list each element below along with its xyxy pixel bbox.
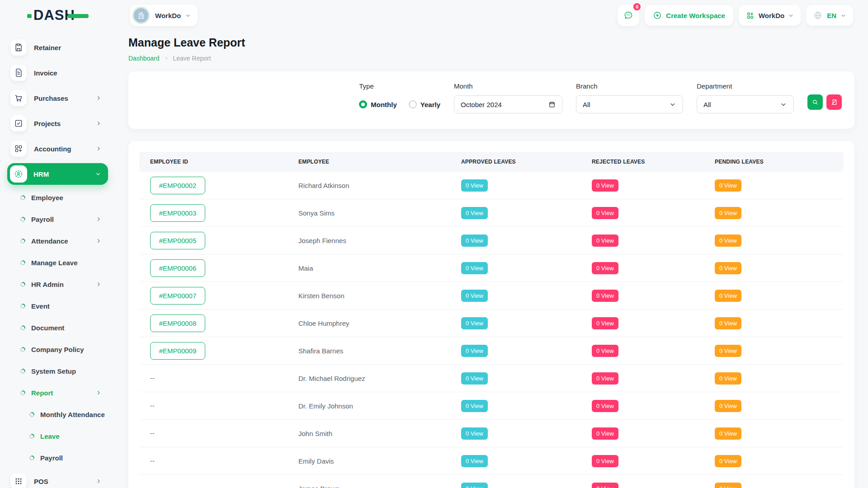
workspace-menu-button[interactable]: WorkDo [739,5,801,26]
employee-id-button[interactable]: #EMP00007 [150,287,205,305]
employee-id-empty: -- [150,402,155,409]
sidebar-item-hr-admin[interactable]: HR Admin [0,273,115,295]
pending-leaves-view-badge[interactable]: 0 View [715,290,741,302]
sidebar-item-system-setup[interactable]: System Setup [0,360,115,382]
workspace-switcher[interactable]: WorkDo [130,5,198,26]
pending-leaves-view-badge[interactable]: 0 View [715,235,741,247]
approved-leaves-view-badge[interactable]: 0 View [461,179,488,192]
table-row: --James Brown0 View0 View0 View [139,475,844,488]
invoice-icon [10,65,27,81]
sidebar-item-report[interactable]: Report [0,382,115,404]
department-select[interactable]: All [697,95,794,113]
messages-button[interactable]: 0 [618,5,639,26]
sidebar-item-pos[interactable]: POS [0,469,115,488]
table-row: #EMP00008Chloe Humphrey0 View0 View0 Vie… [139,310,844,337]
sidebar-item-purchases[interactable]: Purchases [0,85,115,111]
chevron-down-icon [185,13,190,18]
bullet-icon [20,325,26,331]
chat-icon [623,10,633,20]
sidebar-item-monthly-attendance[interactable]: Monthly Attendance [0,404,115,425]
breadcrumb-dashboard-link[interactable]: Dashboard [128,55,160,62]
table-row: --Dr. Michael Rodriguez0 View0 View0 Vie… [139,365,844,392]
approved-leaves-view-badge[interactable]: 0 View [461,317,488,329]
department-filter: Department All [697,82,794,113]
sidebar-item-invoice[interactable]: Invoice [0,60,115,85]
pending-leaves-view-badge[interactable]: 0 View [715,345,741,357]
create-workspace-button[interactable]: Create Workspace [645,5,733,26]
employee-id-button[interactable]: #EMP00008 [150,314,205,332]
pending-leaves-view-badge[interactable]: 0 View [715,483,741,488]
sidebar-item-document[interactable]: Document [0,317,115,338]
projects-icon [10,115,27,131]
col-employee: EMPLOYEE [288,159,450,165]
plus-circle-icon [653,11,662,20]
pending-leaves-view-badge[interactable]: 0 View [715,455,741,467]
approved-leaves-view-badge[interactable]: 0 View [461,483,488,488]
approved-leaves-view-badge[interactable]: 0 View [461,345,488,357]
employee-id-button[interactable]: #EMP00006 [150,259,205,277]
pending-leaves-view-badge[interactable]: 0 View [715,400,741,412]
approved-leaves-view-badge[interactable]: 0 View [461,235,488,247]
table-row: #EMP00003Sonya Sims0 View0 View0 View [139,199,844,227]
sidebar-item-retainer[interactable]: Retainer [0,35,115,60]
rejected-leaves-view-badge[interactable]: 0 View [592,455,618,467]
employee-id-button[interactable]: #EMP00005 [150,232,205,249]
approved-leaves-view-badge[interactable]: 0 View [461,262,488,274]
sidebar-item-employee[interactable]: Employee [0,187,115,208]
sidebar-item-payroll[interactable]: Payroll [0,447,115,469]
branch-select[interactable]: All [576,95,683,113]
rejected-leaves-view-badge[interactable]: 0 View [592,262,618,274]
pending-leaves-view-badge[interactable]: 0 View [715,427,741,440]
approved-leaves-view-badge[interactable]: 0 View [461,400,488,412]
chevron-right-icon [96,282,101,287]
sidebar-item-company-policy[interactable]: Company Policy [0,338,115,360]
table-header-row: EMPLOYEE ID EMPLOYEE APPROVED LEAVES REJ… [139,152,844,172]
approved-leaves-view-badge[interactable]: 0 View [461,372,488,385]
bullet-icon [29,455,35,461]
chevron-down-icon [95,171,101,177]
rejected-leaves-view-badge[interactable]: 0 View [592,372,618,385]
radio-yearly[interactable]: Yearly [409,100,440,108]
employee-name: Shafira Barnes [288,347,450,355]
rejected-leaves-view-badge[interactable]: 0 View [592,179,618,192]
rejected-leaves-view-badge[interactable]: 0 View [592,290,618,302]
sidebar-item-attendance[interactable]: Attendance [0,230,115,252]
employee-id-button[interactable]: #EMP00003 [150,204,205,222]
pending-leaves-view-badge[interactable]: 0 View [715,207,741,219]
bullet-icon [20,368,26,374]
rejected-leaves-view-badge[interactable]: 0 View [592,483,618,488]
reset-filter-button[interactable] [826,94,842,110]
search-button[interactable] [807,94,823,110]
sidebar-item-accounting[interactable]: Accounting [0,136,115,161]
sidebar-item-hrm[interactable]: HRM [7,163,108,185]
approved-leaves-view-badge[interactable]: 0 View [461,207,488,219]
radio-monthly[interactable]: Monthly [359,100,397,108]
pending-leaves-view-badge[interactable]: 0 View [715,372,741,385]
sidebar-item-leave[interactable]: Leave [0,425,115,447]
rejected-leaves-view-badge[interactable]: 0 View [592,235,618,247]
approved-leaves-view-badge[interactable]: 0 View [461,455,488,467]
table-row: #EMP00005Joseph Fiennes0 View0 View0 Vie… [139,227,844,254]
pending-leaves-view-badge[interactable]: 0 View [715,179,741,192]
rejected-leaves-view-badge[interactable]: 0 View [592,317,618,329]
rejected-leaves-view-badge[interactable]: 0 View [592,345,618,357]
pending-leaves-view-badge[interactable]: 0 View [715,262,741,274]
approved-leaves-view-badge[interactable]: 0 View [461,427,488,440]
app-logo[interactable]: DASH [27,7,89,23]
language-selector[interactable]: EN [806,5,853,26]
rejected-leaves-view-badge[interactable]: 0 View [592,400,618,412]
approved-leaves-view-badge[interactable]: 0 View [461,290,488,302]
sidebar-item-manage-leave[interactable]: Manage Leave [0,252,115,273]
employee-id-button[interactable]: #EMP00002 [150,177,205,194]
sidebar-item-event[interactable]: Event [0,295,115,317]
sidebar-item-projects[interactable]: Projects [0,111,115,136]
chevron-down-icon [788,13,793,18]
type-filter: Type Monthly Yearly [359,82,440,113]
rejected-leaves-view-badge[interactable]: 0 View [592,427,618,440]
sidebar-item-payroll[interactable]: Payroll [0,208,115,230]
bullet-icon [20,282,26,287]
employee-id-button[interactable]: #EMP00009 [150,342,205,360]
month-input[interactable]: October 2024 [454,95,562,113]
rejected-leaves-view-badge[interactable]: 0 View [592,207,618,219]
pending-leaves-view-badge[interactable]: 0 View [715,317,741,329]
